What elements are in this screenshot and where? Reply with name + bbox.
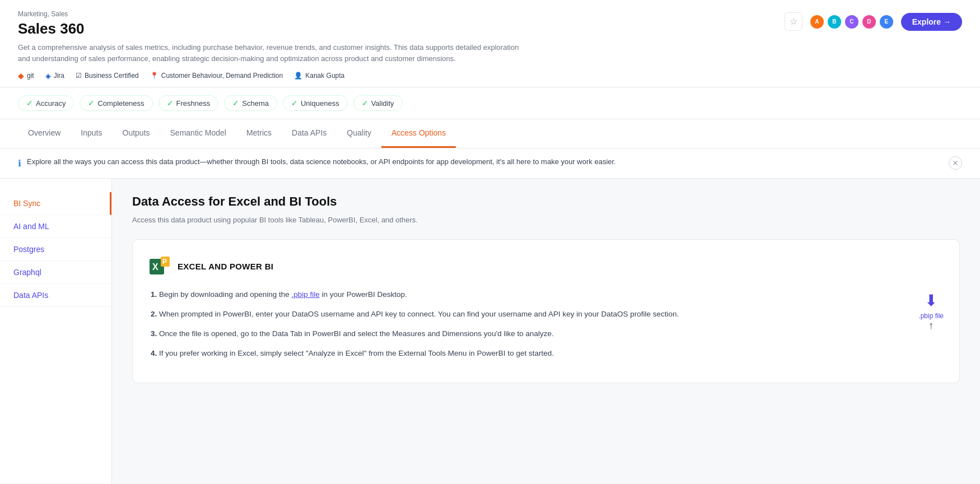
sidebar-item-graphql[interactable]: Graphql [0,261,111,284]
content-description: Access this data product using popular B… [132,215,960,226]
tool-card: X P EXCEL AND POWER BI Begin by download… [132,239,960,384]
jira-icon: ◈ [45,72,51,80]
content-title: Data Access for Excel and BI Tools [132,194,960,209]
avatar-group: ABCDE [809,14,894,30]
explore-button[interactable]: Explore → [901,13,962,31]
breadcrumb: Marketing, Sales [18,10,785,18]
owner-icon: 👤 [294,72,302,80]
tab-metrics[interactable]: Metrics [236,119,282,148]
download-label[interactable]: .pbip file [918,312,944,320]
content-area: Data Access for Excel and BI Tools Acces… [112,179,980,483]
tab-outputs[interactable]: Outputs [113,119,160,148]
svg-text:X: X [152,262,158,272]
check-icon: ✓ [232,99,239,108]
tabs-bar: OverviewInputsOutputsSemantic ModelMetri… [0,119,980,148]
page-description: Get a comprehensive analysis of sales me… [18,42,522,64]
favorite-button[interactable]: ☆ [785,12,802,31]
sidebar-item-postgres[interactable]: Postgres [0,238,111,261]
check-icon: ✓ [88,99,95,108]
close-banner-button[interactable]: × [949,156,962,170]
tab-access-options[interactable]: Access Options [381,119,456,148]
download-section: ⬇ .pbip file ↑ [918,291,944,332]
sidebar-item-data-apis[interactable]: Data APIs [0,284,111,307]
meta-owner: 👤 Kanak Gupta [294,72,344,80]
git-icon: ◆ [18,71,24,80]
quality-badge[interactable]: ✓Validity [353,95,403,111]
avatar: A [809,14,825,30]
quality-badge[interactable]: ✓Accuracy [18,95,74,111]
check-icon: ✓ [291,99,298,108]
instructions-list: Begin by downloading and opening the .pb… [148,289,944,360]
info-banner: ℹ Explore all the ways you can access th… [0,148,980,179]
check-icon: ✓ [167,99,174,108]
pbip-link[interactable]: .pbip file [291,290,319,299]
download-icon[interactable]: ⬇ [925,291,937,310]
meta-jira: ◈ Jira [45,72,64,80]
page-title: Sales 360 [18,20,785,38]
avatar: B [827,14,842,30]
tags-icon: 📍 [150,72,158,80]
check-icon: ✓ [362,99,368,108]
tab-inputs[interactable]: Inputs [71,119,112,148]
instruction-step-1: Begin by downloading and opening the .pb… [148,289,944,301]
tab-quality[interactable]: Quality [337,119,381,148]
sidebar: BI SyncAI and MLPostgresGraphqlData APIs [0,179,112,483]
sidebar-item-ai-and-ml[interactable]: AI and ML [0,215,111,238]
avatar: D [861,14,877,30]
cursor-indicator: ↑ [928,320,934,332]
quality-badge[interactable]: ✓Completeness [80,95,152,111]
tab-overview[interactable]: Overview [18,119,71,148]
quality-badge[interactable]: ✓Freshness [158,95,219,111]
quality-badges-bar: ✓Accuracy✓Completeness✓Freshness✓Schema✓… [0,87,980,119]
quality-badge[interactable]: ✓Uniqueness [283,95,348,111]
meta-certified: ☑ Business Certified [76,72,139,80]
certified-icon: ☑ [76,72,82,80]
tool-title: EXCEL AND POWER BI [178,262,273,271]
meta-git: ◆ git [18,71,34,80]
avatar: E [879,14,894,30]
excel-powerbi-icon: X P [148,255,171,278]
instruction-step-3: Once the file is opened, go to the Data … [148,328,944,340]
svg-text:P: P [162,258,167,266]
info-icon: ℹ [18,157,21,170]
check-icon: ✓ [26,99,33,108]
instruction-step-4: If you prefer working in Excel, simply s… [148,348,944,360]
tab-semantic-model[interactable]: Semantic Model [160,119,236,148]
quality-badge[interactable]: ✓Schema [224,95,277,111]
sidebar-item-bi-sync[interactable]: BI Sync [0,192,111,215]
tab-data-apis[interactable]: Data APIs [282,119,337,148]
meta-tags: 📍 Customer Behaviour, Demand Prediction [150,72,283,80]
avatar: C [844,14,860,30]
instruction-step-2: When prompted in PowerBI, enter your Dat… [148,309,944,320]
